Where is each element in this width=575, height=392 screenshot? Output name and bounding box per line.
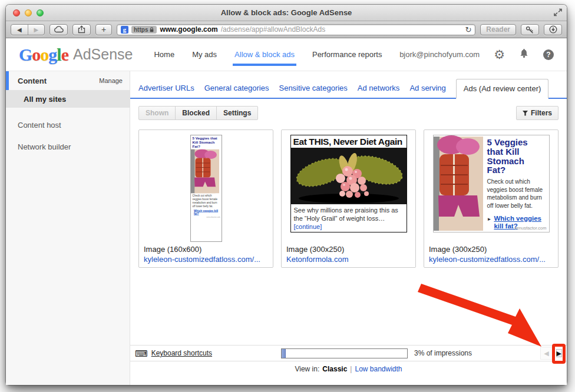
keyboard-shortcuts-link[interactable]: Keyboard shortcuts [151,349,212,357]
downloads-button[interactable] [544,24,562,35]
back-icon[interactable]: ◀ [11,25,28,35]
pagination: ◀ ▶ [540,347,562,360]
key-icon [526,26,534,34]
add-icon: + [101,25,106,34]
https-label: https [134,26,148,33]
ad1-title: 5 Veggies that Kill Stomach Fat? [191,135,222,150]
ad3-attribution: venusfactor.com [514,225,547,231]
cta-bullet-icon: ► [487,217,492,222]
tab-advertiser-urls[interactable]: Advertiser URLs [138,84,194,98]
progress-fill [282,349,286,358]
browser-toolbar: ◀ ▶ + g https www.google.com /adsense/ap… [6,21,567,38]
view-in-label: View in: [295,365,319,373]
ad-creative-1: 5 Veggies that Kill Stomach Fat? [144,135,268,242]
ad1-attribution: venusfactor.com [191,215,222,218]
history-nav-group: ◀ ▶ [11,24,45,35]
tab-sensitive-categories[interactable]: Sensitive categories [279,84,347,98]
sidebar-item-content-host[interactable]: Content host [6,114,130,136]
tab-ad-serving[interactable]: Ad serving [409,84,445,98]
filters-button[interactable]: Filters [516,106,559,120]
https-badge: https [131,26,157,34]
share-icon [78,25,85,34]
url-host: www.google.com [160,25,217,34]
previous-page-button[interactable]: ◀ [540,347,553,360]
ad3-url-link[interactable]: kyleleon-customizedfatloss.com/... [429,255,553,264]
google-logo: Google [19,45,68,65]
ad1-cta: Which veggies kill fat? [191,208,222,216]
sidebar-section-title: Content [18,77,47,85]
download-icon [549,25,557,34]
adsense-header: Google AdSense Home My ads Allow & block… [6,38,567,71]
nav-performance-reports[interactable]: Performance reports [312,38,382,71]
view-footer: View in: Classic | Low bandwidth [130,361,567,377]
ad2-continue-link: [continue] [294,223,322,230]
ad2-url-link[interactable]: Ketonformola.com [286,255,411,264]
product-name: AdSense [73,46,133,63]
address-bar[interactable]: g https www.google.com /adsense/app#allo… [117,24,475,35]
tab-ad-networks[interactable]: Ad networks [358,84,400,98]
content-area: Advertiser URLs General categories Sensi… [130,71,567,385]
ad3-title: 5 Veggies that Kill Stomach Fat? [487,138,546,175]
funnel-icon [523,111,528,116]
password-extension-button[interactable] [521,24,539,35]
share-button[interactable] [72,24,91,35]
sidebar-section-content: Content Manage [6,71,130,90]
url-path: /adsense/app#allowAndBlockAds [221,25,462,34]
ad-creative-3: 5 Veggies that Kill Stomach Fat? Check o… [429,135,553,242]
tab-general-categories[interactable]: General categories [204,84,269,98]
next-page-button[interactable]: ▶ [556,349,562,357]
google-favicon: g [121,26,128,34]
ad2-title: Eat THIS, Never Diet Again [291,135,407,148]
lock-icon [149,26,154,33]
footer-divider: | [350,365,352,373]
nav-my-ads[interactable]: My ads [192,38,217,71]
zoom-window-button[interactable] [37,9,44,16]
main-row: Content Manage All my sites Content host… [6,71,567,385]
ad1-format: Image (160x600) [144,245,268,254]
fullscreen-icon[interactable] [554,8,562,19]
browser-window: Allow & block ads: Google AdSense ◀ ▶ + … [6,5,567,385]
help-icon[interactable]: ? [543,49,554,60]
ad3-body: Check out which veggies boost female met… [487,178,546,210]
minimize-window-button[interactable] [25,9,32,16]
cloud-icon [54,26,64,33]
ad1-url-link[interactable]: kyleleon-customizedfatloss.com/... [144,255,268,264]
filters-label: Filters [531,109,552,117]
forward-icon[interactable]: ▶ [28,25,45,35]
reload-icon[interactable]: ↻ [465,25,471,34]
reader-button[interactable]: Reader [480,24,516,35]
impressions-progress-bar [281,348,408,358]
torso-ad-image [434,135,483,232]
nav-allow-block-ads[interactable]: Allow & block ads [234,38,295,71]
shown-button[interactable]: Shown [138,106,176,120]
ad1-body: Check out which veggies boost female met… [191,194,222,208]
notifications-bell-icon[interactable] [519,48,529,61]
window-titlebar: Allow & block ads: Google AdSense [6,5,567,21]
window-controls [13,9,44,16]
low-bandwidth-link[interactable]: Low bandwidth [355,365,402,373]
tab-ads-ad-review-center[interactable]: Ads (Ad review center) [456,79,549,99]
header-right: bjork@pinchofyum.com ⚙ ? [399,48,554,61]
finger-lime-ad-image [291,148,407,204]
manage-link[interactable]: Manage [99,77,123,84]
ad2-format: Image (300x250) [286,245,411,254]
main-nav: Home My ads Allow & block ads Performanc… [154,38,382,71]
ad-card-3[interactable]: 5 Veggies that Kill Stomach Fat? Check o… [424,129,559,268]
icloud-tabs-button[interactable] [49,24,68,35]
new-tab-button[interactable]: + [95,24,112,35]
account-email: bjork@pinchofyum.com [399,50,480,59]
settings-button[interactable]: Settings [216,106,258,120]
blocked-button[interactable]: Blocked [175,106,217,120]
ad3-format: Image (300x250) [429,245,553,254]
ad2-body: See why millions are praising this as th… [291,204,407,233]
sidebar-item-all-my-sites[interactable]: All my sites [6,90,130,108]
nav-home[interactable]: Home [154,38,174,71]
keyboard-icon: ⌨ [135,349,148,358]
ad-card-1[interactable]: 5 Veggies that Kill Stomach Fat? [138,129,273,268]
settings-gear-icon[interactable]: ⚙ [494,48,505,61]
ad-card-2[interactable]: Eat THIS, Never Diet Again [281,129,416,268]
sidebar: Content Manage All my sites Content host… [6,71,130,385]
sidebar-item-network-builder[interactable]: Network builder [6,136,130,158]
ad-cards: 5 Veggies that Kill Stomach Fat? [130,125,567,268]
close-window-button[interactable] [13,9,20,16]
